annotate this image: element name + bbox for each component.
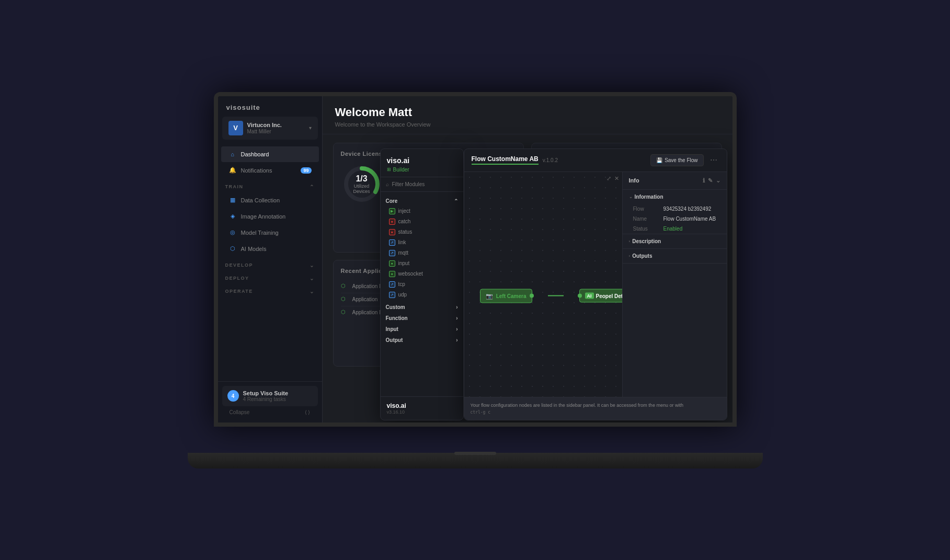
flow-nodes: 📷 Left Camera AI Peopel Detect xyxy=(480,289,622,303)
chevron-down-icon: ⌄ xyxy=(629,195,633,199)
module-dot-link: ⇗ xyxy=(389,239,395,246)
module-item-link[interactable]: ⇗ link xyxy=(381,237,463,248)
tooltip-text: Your flow configuration nodes are listed… xyxy=(622,403,720,408)
info-section-information-header[interactable]: ⌄ Information xyxy=(623,190,727,204)
flow-menu-icon[interactable]: ⋯ xyxy=(708,156,719,164)
chevron-right-icon: › xyxy=(456,326,457,332)
chevron-right-icon: › xyxy=(456,304,457,310)
module-dot-websocket: ● xyxy=(389,271,395,277)
info-row-value: 93425324 b2392492 xyxy=(663,206,712,212)
tag-icon: ◈ xyxy=(228,212,237,221)
module-dot-inject: ▶ xyxy=(389,208,395,214)
node-output-port xyxy=(530,294,534,298)
app-icon: ⬡ xyxy=(341,309,348,316)
task-badge: 4 xyxy=(227,390,239,402)
section-develop[interactable]: DEVELOP ⌄ xyxy=(218,257,322,270)
edit-icon[interactable]: ✎ xyxy=(708,177,713,184)
module-item-inject[interactable]: ▶ inject xyxy=(381,206,463,216)
section-operate[interactable]: OPERATE ⌄ xyxy=(218,283,322,296)
builder-footer-version: v3.16.10 xyxy=(387,409,457,415)
section-output-header[interactable]: Output › xyxy=(381,334,463,345)
info-row-label: Status xyxy=(633,226,659,232)
builder-footer-brand: viso.ai xyxy=(387,402,457,409)
sidebar-item-notifications[interactable]: 🔔 Notifications 99 xyxy=(221,163,319,178)
node-label: Left Camera xyxy=(496,293,526,299)
sidebar-item-image-annotation[interactable]: ◈ Image Annotation xyxy=(221,209,319,224)
donut-chart: 1/3 Utilized Devices xyxy=(341,163,383,205)
close-icon[interactable]: ✕ xyxy=(614,175,619,182)
flow-version: v.1.0.2 xyxy=(543,157,558,163)
builder-search[interactable]: ⌕ xyxy=(381,177,463,192)
app-icon: ⬡ xyxy=(341,296,348,303)
database-icon: ▦ xyxy=(228,196,237,204)
collapse-icon: ⟨ ⟩ xyxy=(305,409,311,415)
search-icon: ⌕ xyxy=(386,181,389,187)
section-input-header[interactable]: Input › xyxy=(381,323,463,334)
info-icon[interactable]: ℹ xyxy=(703,177,705,184)
info-row-flow: Flow 93425324 b2392492 xyxy=(623,204,727,214)
builder-brand: viso.ai xyxy=(387,156,457,165)
sidebar-item-label: Dashboard xyxy=(241,151,269,157)
section-core-header[interactable]: Core ⌃ xyxy=(381,195,463,206)
module-item-udp[interactable]: ⇗ udp xyxy=(381,290,463,300)
sidebar-task[interactable]: 4 Setup Viso Suite 4 Remaining tasks xyxy=(222,386,318,406)
builder-panel: viso.ai ⊞ Builder ⌕ Core ⌃ xyxy=(380,148,464,420)
sidebar-bottom: 4 Setup Viso Suite 4 Remaining tasks Col… xyxy=(218,381,322,422)
main-header: Welcome Matt Welcome to the Workspace Ov… xyxy=(323,96,732,134)
home-icon: ⌂ xyxy=(228,150,237,158)
info-section-description: › Description xyxy=(623,234,727,249)
sidebar: visosuite V Virtucon Inc. Matt Miller ▾ … xyxy=(218,96,323,422)
search-input[interactable] xyxy=(392,181,459,187)
save-flow-button[interactable]: 💾 Save the Flow xyxy=(650,154,703,166)
module-item-websocket[interactable]: ● websocket xyxy=(381,269,463,279)
info-panel: Info ℹ ✎ ⌄ ⌄ Information xyxy=(622,172,727,420)
info-title: Info xyxy=(629,177,639,184)
sidebar-item-label: Image Annotation xyxy=(241,213,286,220)
sidebar-item-ai-models[interactable]: ⬡ AI Models xyxy=(221,241,319,257)
module-item-input[interactable]: ● input xyxy=(381,258,463,269)
tooltip-kbd: ctrl-g c xyxy=(622,410,720,415)
info-section-description-header[interactable]: › Description xyxy=(623,234,727,248)
builder-footer: viso.ai v3.16.10 xyxy=(381,396,463,420)
info-section-outputs: › Outputs xyxy=(623,249,727,264)
info-tooltip: Your flow configuration nodes are listed… xyxy=(622,397,727,420)
chevron-down-icon[interactable]: ⌄ xyxy=(716,177,720,184)
section-deploy[interactable]: DEPLOY ⌄ xyxy=(218,270,322,283)
flow-node-ai[interactable]: AI Peopel Detect xyxy=(579,289,622,303)
brain-icon: ⬡ xyxy=(228,245,237,253)
flow-title: Flow CustomName AB xyxy=(472,155,539,165)
module-dot-input: ● xyxy=(389,260,395,267)
info-section-information: ⌄ Information Flow 93425324 b2392492 Nam… xyxy=(623,190,727,234)
module-item-mqtt[interactable]: ⇗ mqtt xyxy=(381,248,463,258)
ai-badge: AI xyxy=(585,293,594,299)
module-item-catch[interactable]: ● catch xyxy=(381,216,463,227)
flow-node-camera[interactable]: 📷 Left Camera xyxy=(480,289,532,303)
info-section-outputs-header[interactable]: › Outputs xyxy=(623,249,727,263)
page-title: Welcome Matt xyxy=(335,106,720,119)
module-dot-status: ● xyxy=(389,229,395,235)
sidebar-item-model-training[interactable]: ◎ Model Training xyxy=(221,225,319,241)
sidebar-brand: visosuite xyxy=(218,96,322,117)
grid-icon: ⊞ xyxy=(387,167,391,172)
app-icon: ⬡ xyxy=(341,283,348,290)
section-custom-header[interactable]: Custom › xyxy=(381,301,463,312)
module-dot-udp: ⇗ xyxy=(389,292,395,298)
chevron-right-icon: › xyxy=(456,315,457,321)
module-item-status[interactable]: ● status xyxy=(381,227,463,237)
info-row-status: Status Enabled xyxy=(623,224,727,234)
chevron-down-icon: ⌄ xyxy=(310,276,315,281)
sidebar-collapse-button[interactable]: Collapse ⟨ ⟩ xyxy=(222,406,318,418)
sidebar-user[interactable]: V Virtucon Inc. Matt Miller ▾ xyxy=(222,117,318,140)
info-header: Info ℹ ✎ ⌄ xyxy=(623,172,727,190)
section-function-header[interactable]: Function › xyxy=(381,312,463,323)
module-item-tcp[interactable]: ⇗ tcp xyxy=(381,279,463,290)
builder-nav: Core ⌃ ▶ inject ● catch ● xyxy=(381,192,463,396)
sidebar-item-dashboard[interactable]: ⌂ Dashboard xyxy=(221,146,319,162)
expand-icon[interactable]: ⤢ xyxy=(606,175,611,182)
info-row-label: Flow xyxy=(633,206,659,212)
flow-canvas[interactable]: ⤢ ✕ 📷 Left Camera xyxy=(464,172,622,420)
user-name: Matt Miller xyxy=(247,129,309,134)
sidebar-item-data-collection[interactable]: ▦ Data Collection xyxy=(221,192,319,208)
flow-panel: Flow CustomName AB v.1.0.2 💾 Save the Fl… xyxy=(464,148,727,420)
save-icon: 💾 xyxy=(656,157,662,163)
